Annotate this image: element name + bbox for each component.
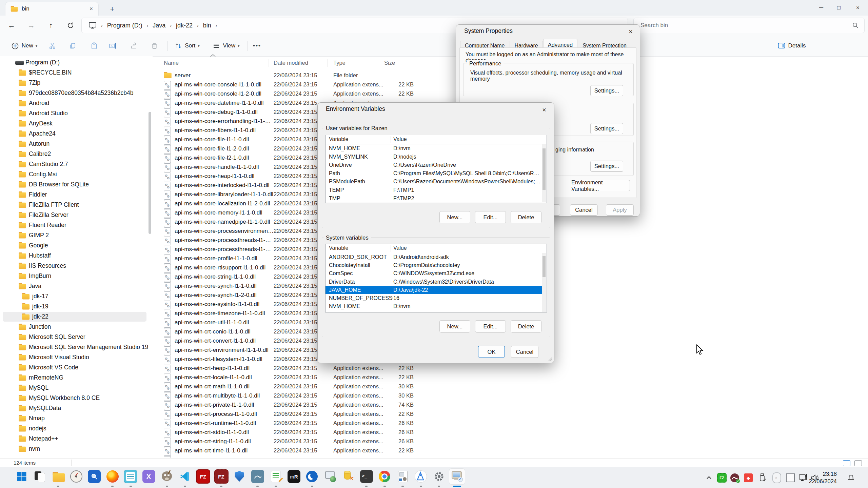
sidebar-item-program-d-[interactable]: Program (D:) <box>0 58 148 67</box>
file-row[interactable]: ⚙⚙ api-ms-win-crt-string-l1-1-0.dll 22/0… <box>156 437 868 446</box>
taskbar-app-start[interactable] <box>14 469 29 484</box>
variable-row-nvm_symlink[interactable]: NVM_SYMLINK D:\nodejs <box>326 310 542 312</box>
col-variable[interactable]: Variable <box>329 136 349 142</box>
system-new-button[interactable]: New... <box>439 320 470 332</box>
sidebar-item-nvm[interactable]: nvm <box>0 444 148 454</box>
variable-row-onedrive[interactable]: OneDrive C:\Users\Razen\OneDrive <box>326 161 542 169</box>
file-row[interactable]: ⚙⚙ api-ms-win-crt-locale-l1-1-0.dll 22/0… <box>156 373 868 382</box>
back-button[interactable]: ← <box>5 19 18 32</box>
taskbar-app-file-explorer[interactable] <box>50 469 66 484</box>
sidebar-item-fluent-reader[interactable]: Fluent Reader <box>0 220 148 230</box>
variable-row-nvm_home[interactable]: NVM_HOME D:\nvm <box>326 144 542 153</box>
paste-button[interactable] <box>87 38 101 53</box>
new-tab-button[interactable]: + <box>107 4 117 14</box>
column-header-date[interactable]: Date modified <box>274 60 308 66</box>
sidebar-item-mysql-workbench-8-0-ce[interactable]: MySQL Workbench 8.0 CE <box>0 393 148 403</box>
file-row[interactable]: ⚙⚙ api-ms-win-crt-runtime-l1-1-0.dll 22/… <box>156 419 868 428</box>
share-button[interactable] <box>127 38 141 53</box>
taskbar-app-task-view[interactable] <box>32 469 48 484</box>
sidebar-item-google[interactable]: Google <box>0 241 148 250</box>
sidebar-item-nmap[interactable]: Nmap <box>0 413 148 423</box>
close-button[interactable]: × <box>849 0 867 16</box>
column-header-type[interactable]: Type <box>333 60 346 66</box>
col-value[interactable]: Value <box>393 245 407 251</box>
taskbar-app-chrome[interactable] <box>377 469 392 484</box>
sidebar-item-autorun[interactable]: Autorun <box>0 139 148 149</box>
file-row-partial[interactable]: ⚙⚙ <box>156 455 868 458</box>
sidebar-item-iis-resources[interactable]: IIS Resources <box>0 261 148 271</box>
variable-row-driverdata[interactable]: DriverData C:\Windows\System32\Drivers\D… <box>326 278 542 286</box>
sidebar-item--recycle-bin[interactable]: $RECYCLE.BIN <box>0 68 148 78</box>
sidebar-item-microsoft-sql-server-management-studio-19[interactable]: Microsoft SQL Server Management Studio 1… <box>0 342 148 352</box>
sidebar-item-android-studio[interactable]: Android Studio <box>0 108 148 118</box>
taskbar-app-green-doc-app[interactable] <box>268 469 283 484</box>
refresh-button[interactable] <box>64 19 77 32</box>
sidebar-item-jdk-19[interactable]: jdk-19 <box>0 302 148 311</box>
sidebar-item-mysql[interactable]: MySQL <box>0 383 148 393</box>
tray-mouse-icon[interactable]: × <box>770 471 783 485</box>
forward-button[interactable]: → <box>24 19 38 32</box>
list-view-toggle-icon[interactable] <box>843 460 850 466</box>
copy-button[interactable] <box>66 38 79 53</box>
user-new-button[interactable]: New... <box>439 211 470 223</box>
taskbar-app-android-studio[interactable] <box>413 469 429 484</box>
sidebar-item-979dcc08870ee80354b84a5236b2cb4b[interactable]: 979dcc08870ee80354b84a5236b2cb4b <box>0 88 148 98</box>
cut-button[interactable] <box>45 38 59 53</box>
cancel-button[interactable]: Cancel <box>511 346 538 358</box>
search-input[interactable] <box>640 22 852 29</box>
more-options-button[interactable]: ••• <box>250 38 264 53</box>
search-icon[interactable] <box>852 22 859 29</box>
sidebar-item-fiddler[interactable]: Fiddler <box>0 190 148 200</box>
tray-chevron-up-icon[interactable] <box>703 471 715 485</box>
thumbnail-view-toggle-icon[interactable] <box>854 460 862 466</box>
sort-button[interactable]: Sort▾ <box>170 38 205 53</box>
tray-anydesk-icon[interactable]: ◆ <box>742 471 755 485</box>
sidebar-item-imgburn[interactable]: ImgBurn <box>0 271 148 281</box>
variable-row-path[interactable]: Path C:\Program Files\MySQL\MySQL Shell … <box>326 169 542 178</box>
user-profiles-settings-button[interactable]: Settings... <box>590 123 623 134</box>
sidebar-item-android[interactable]: Android <box>0 98 148 108</box>
taskbar-app-network-globe-app[interactable] <box>322 469 338 484</box>
sidebar-item-gimp-2[interactable]: GIMP 2 <box>0 230 148 240</box>
system-delete-button[interactable]: Delete <box>511 320 541 332</box>
sidebar-item-junction[interactable]: Junction <box>0 322 148 332</box>
sidebar-item-jdk-17[interactable]: jdk-17 <box>0 291 148 301</box>
variable-row-temp[interactable]: TEMP F:\TMP1 <box>326 186 542 195</box>
variable-row-nvm_home[interactable]: NVM_HOME D:\nvm <box>326 302 542 310</box>
sidebar-item-microsoft-visual-studio[interactable]: Microsoft Visual Studio <box>0 352 148 362</box>
sidebar-item-filezilla-ftp-client[interactable]: FileZilla FTP Client <box>0 200 148 210</box>
tray-window-blank-icon[interactable] <box>784 471 797 485</box>
taskbar-app-notepad-plus-plus[interactable] <box>123 469 138 484</box>
delete-button[interactable] <box>147 38 161 53</box>
taskbar-app-gauge-app[interactable] <box>68 469 84 484</box>
variable-row-android_sdk_root[interactable]: ANDROID_SDK_ROOT D:\Android\android-sdk <box>326 253 542 261</box>
breadcrumb-segment[interactable]: Program (D:) <box>107 22 142 29</box>
view-button[interactable]: View▾ <box>208 38 245 53</box>
variable-row-chocolateyinstall[interactable]: ChocolateyInstall C:\ProgramData\chocola… <box>326 261 542 269</box>
sidebar-item-db-browser-for-sqlite[interactable]: DB Browser for SQLite <box>0 180 148 189</box>
user-variables-table[interactable]: VariableValue NVM_HOME D:\nvmNVM_SYMLINK… <box>325 135 547 203</box>
breadcrumb-segment[interactable]: jdk-22 <box>176 22 193 29</box>
close-icon[interactable]: × <box>538 105 550 115</box>
column-header-name[interactable]: Name <box>164 60 179 66</box>
taskbar-app-firefox[interactable] <box>105 469 120 484</box>
maximize-button[interactable]: □ <box>830 0 848 16</box>
details-pane-button[interactable]: Details <box>770 38 814 53</box>
sidebar-item-config-msi[interactable]: Config.Msi <box>0 169 148 179</box>
sidebar-item-7zip[interactable]: 7Zip <box>0 78 148 88</box>
minimize-button[interactable]: ─ <box>812 0 830 16</box>
system-variables-table[interactable]: VariableValue ANDROID_SDK_ROOT D:\Androi… <box>325 244 547 312</box>
sidebar-item-jdk-22[interactable]: jdk-22 <box>3 312 146 322</box>
sidebar-item-hubstaff[interactable]: Hubstaff <box>0 251 148 261</box>
file-row[interactable]: ⚙⚙ api-ms-win-crt-private-l1-1-0.dll 22/… <box>156 401 868 410</box>
sort-ascending-caret-icon[interactable] <box>210 54 216 58</box>
system-edit-button[interactable]: Edit... <box>475 320 506 332</box>
file-row[interactable]: ⚙⚙ api-ms-win-crt-multibyte-l1-1-0.dll 2… <box>156 391 868 401</box>
taskbar-clock[interactable]: 23:18 22/06/2024 <box>809 470 837 485</box>
system-table-scrollbar[interactable] <box>542 253 546 312</box>
sidebar-item-calibre2[interactable]: Calibre2 <box>0 149 148 159</box>
close-icon[interactable]: × <box>625 26 636 37</box>
taskbar-app-mremoteng[interactable]: mR <box>286 469 302 484</box>
explorer-tab-bin[interactable]: bin × <box>5 2 98 16</box>
notification-bell-icon[interactable] <box>844 471 858 485</box>
